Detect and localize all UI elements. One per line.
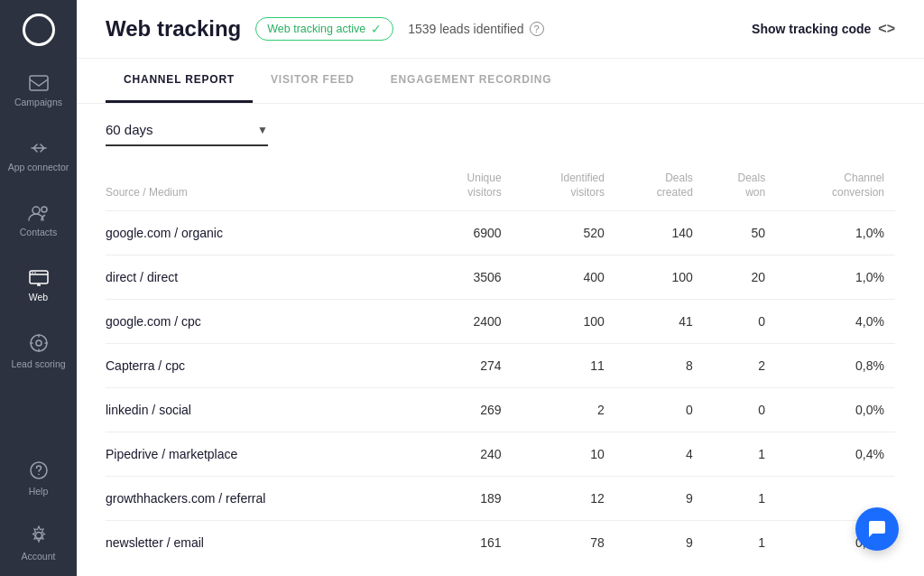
svg-point-6 bbox=[34, 272, 36, 274]
account-label: Account bbox=[22, 551, 56, 562]
cell-identified-visitors: 10 bbox=[513, 432, 615, 477]
cell-deals-created: 9 bbox=[615, 477, 704, 521]
svg-point-1 bbox=[32, 207, 40, 214]
cell-deals-won: 1 bbox=[704, 477, 776, 521]
cell-identified-visitors: 12 bbox=[513, 477, 615, 521]
show-tracking-button[interactable]: Show tracking code <> bbox=[752, 21, 895, 37]
main-content: Web tracking Web tracking active ✓ 1539 … bbox=[77, 0, 924, 576]
col-header-deals-created: Dealscreated bbox=[615, 164, 704, 211]
cell-channel-conversion: 1,0% bbox=[776, 211, 895, 255]
cell-channel-conversion: 4,0% bbox=[776, 300, 895, 344]
status-badge-label: Web tracking active bbox=[267, 23, 365, 35]
leads-help-icon[interactable]: ? bbox=[530, 22, 544, 36]
sidebar-item-contacts[interactable]: Contacts bbox=[0, 189, 77, 254]
cell-unique-visitors: 240 bbox=[427, 432, 512, 477]
contacts-label: Contacts bbox=[20, 227, 57, 237]
col-header-deals-won: Dealswon bbox=[704, 164, 776, 211]
status-check-icon: ✓ bbox=[371, 22, 382, 36]
cell-deals-created: 100 bbox=[615, 255, 704, 300]
table-row: google.com / cpc 2400 100 41 0 4,0% bbox=[106, 300, 895, 344]
campaigns-icon bbox=[29, 75, 49, 91]
cell-deals-won: 0 bbox=[704, 388, 776, 432]
col-header-source: Source / Medium bbox=[106, 164, 427, 211]
table-row: direct / direct 3506 400 100 20 1,0% bbox=[106, 255, 895, 300]
lead-scoring-label: Lead scoring bbox=[11, 358, 65, 369]
days-select-label: 60 days bbox=[106, 122, 250, 137]
leads-count-label: 1539 leads identified bbox=[408, 22, 523, 36]
svg-point-13 bbox=[35, 533, 42, 539]
cell-channel-conversion: 0,0% bbox=[776, 388, 895, 432]
leads-count: 1539 leads identified ? bbox=[408, 22, 543, 36]
filter-bar: 60 days ▼ bbox=[77, 104, 924, 164]
sidebar-item-app-connector[interactable]: App connector bbox=[0, 124, 77, 189]
tab-visitor-feed-label: Visitor Feed bbox=[271, 73, 355, 86]
cell-unique-visitors: 274 bbox=[427, 344, 512, 388]
cell-identified-visitors: 2 bbox=[513, 388, 615, 432]
app-connector-icon bbox=[29, 140, 49, 156]
cell-source: direct / direct bbox=[106, 255, 427, 300]
sidebar-logo bbox=[0, 0, 77, 59]
table-row: Pipedrive / marketplace 240 10 4 1 0,4% bbox=[106, 432, 895, 477]
dropdown-arrow-icon: ▼ bbox=[257, 124, 268, 136]
cell-deals-won: 1 bbox=[704, 521, 776, 565]
cell-channel-conversion: 1,0% bbox=[776, 255, 895, 300]
cell-deals-created: 9 bbox=[615, 521, 704, 565]
cell-source: newsletter / email bbox=[106, 521, 427, 565]
cell-identified-visitors: 11 bbox=[513, 344, 615, 388]
lead-scoring-icon bbox=[29, 333, 49, 353]
col-header-unique-visitors: Uniquevisitors bbox=[427, 164, 512, 211]
svg-rect-0 bbox=[30, 76, 48, 90]
code-brackets-icon: <> bbox=[878, 21, 895, 37]
contacts-icon bbox=[28, 205, 50, 221]
svg-point-12 bbox=[38, 474, 40, 476]
page-title: Web tracking bbox=[106, 16, 241, 42]
cell-channel-conversion: 0,8% bbox=[776, 344, 895, 388]
sidebar: Campaigns App connector Contacts bbox=[0, 0, 77, 576]
cell-identified-visitors: 400 bbox=[513, 255, 615, 300]
svg-point-2 bbox=[42, 207, 47, 212]
cell-deals-won: 50 bbox=[704, 211, 776, 255]
cell-unique-visitors: 2400 bbox=[427, 300, 512, 344]
cell-unique-visitors: 269 bbox=[427, 388, 512, 432]
tabs-bar: Channel Report Visitor Feed Engagement R… bbox=[77, 59, 924, 104]
sidebar-item-campaigns[interactable]: Campaigns bbox=[0, 59, 77, 124]
cell-source: google.com / organic bbox=[106, 211, 427, 255]
cell-deals-won: 20 bbox=[704, 255, 776, 300]
cell-source: growthhackers.com / referral bbox=[106, 477, 427, 521]
svg-point-5 bbox=[32, 272, 33, 274]
chat-button[interactable] bbox=[855, 507, 899, 551]
cell-deals-created: 8 bbox=[615, 344, 704, 388]
web-icon bbox=[29, 270, 49, 286]
cell-deals-won: 2 bbox=[704, 344, 776, 388]
table-row: linkedin / social 269 2 0 0 0,0% bbox=[106, 388, 895, 432]
cell-identified-visitors: 78 bbox=[513, 521, 615, 565]
logo-circle bbox=[23, 14, 55, 46]
cell-unique-visitors: 6900 bbox=[427, 211, 512, 255]
table-row: newsletter / email 161 78 9 1 0,6% bbox=[106, 521, 895, 565]
cell-deals-won: 1 bbox=[704, 432, 776, 477]
cell-source: google.com / cpc bbox=[106, 300, 427, 344]
tab-visitor-feed[interactable]: Visitor Feed bbox=[253, 59, 373, 103]
sidebar-item-help[interactable]: Help bbox=[0, 446, 77, 511]
help-label: Help bbox=[29, 486, 49, 497]
sidebar-item-web[interactable]: Web bbox=[0, 254, 77, 319]
tab-engagement-recording[interactable]: Engagement Recording bbox=[373, 59, 570, 103]
cell-unique-visitors: 161 bbox=[427, 521, 512, 565]
svg-point-10 bbox=[36, 340, 42, 346]
table-row: google.com / organic 6900 520 140 50 1,0… bbox=[106, 211, 895, 255]
sidebar-item-account[interactable]: Account bbox=[0, 511, 77, 576]
status-badge: Web tracking active ✓ bbox=[255, 17, 393, 41]
data-table: Source / Medium Uniquevisitors Identifie… bbox=[106, 164, 895, 564]
cell-deals-created: 140 bbox=[615, 211, 704, 255]
tab-channel-report-label: Channel Report bbox=[124, 73, 235, 86]
cell-deals-created: 41 bbox=[615, 300, 704, 344]
table-row: growthhackers.com / referral 189 12 9 1 bbox=[106, 477, 895, 521]
days-dropdown[interactable]: 60 days ▼ bbox=[106, 122, 268, 146]
sidebar-item-lead-scoring[interactable]: Lead scoring bbox=[0, 319, 77, 384]
cell-source: Pipedrive / marketplace bbox=[106, 432, 427, 477]
tab-channel-report[interactable]: Channel Report bbox=[106, 59, 253, 103]
cell-deals-created: 0 bbox=[615, 388, 704, 432]
channel-report-table: Source / Medium Uniquevisitors Identifie… bbox=[77, 164, 924, 576]
account-icon bbox=[29, 525, 49, 545]
cell-identified-visitors: 100 bbox=[513, 300, 615, 344]
